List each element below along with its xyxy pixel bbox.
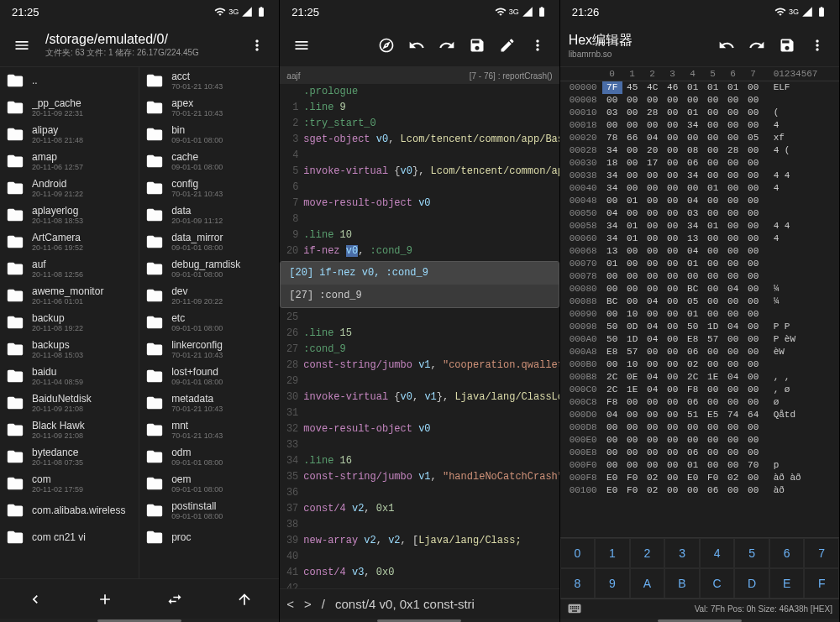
- file-item[interactable]: aweme_monitor20-11-06 01:01: [0, 282, 139, 309]
- hex-byte[interactable]: 00: [663, 396, 683, 409]
- redo-button[interactable]: [433, 32, 460, 59]
- hex-byte[interactable]: 28: [643, 107, 663, 119]
- save-button[interactable]: [774, 32, 801, 59]
- hex-row[interactable]: 0003834000000340000004 4: [560, 170, 839, 182]
- overflow-button[interactable]: [524, 32, 551, 59]
- hex-key-7[interactable]: 7: [804, 538, 839, 568]
- hex-byte[interactable]: 00: [622, 421, 643, 434]
- hex-byte[interactable]: 06: [683, 396, 703, 409]
- code-area[interactable]: .prologue1.line 92:try_start_03sget-obje…: [280, 84, 559, 588]
- hex-byte[interactable]: 00: [643, 119, 663, 132]
- hex-byte[interactable]: 57: [622, 346, 643, 358]
- hex-byte[interactable]: 0E: [622, 371, 643, 384]
- hex-row[interactable]: 000D80000000000000000: [560, 421, 839, 434]
- hex-byte[interactable]: 1D: [703, 321, 723, 333]
- hex-ascii[interactable]: [774, 157, 824, 170]
- hex-byte[interactable]: 01: [622, 195, 643, 207]
- code-line[interactable]: .prologue: [280, 84, 559, 100]
- file-item[interactable]: ..: [0, 67, 139, 94]
- up-button[interactable]: [209, 586, 279, 613]
- hex-ascii[interactable]: èW: [774, 346, 824, 358]
- hex-byte[interactable]: 00: [743, 384, 764, 396]
- hex-byte[interactable]: 00: [663, 144, 683, 157]
- hex-row[interactable]: 000207866040000000005xf: [560, 132, 839, 144]
- hex-byte[interactable]: 00: [663, 220, 683, 233]
- hex-byte[interactable]: 00: [723, 220, 743, 233]
- hex-byte[interactable]: 34: [602, 182, 622, 195]
- hex-byte[interactable]: 00: [723, 421, 743, 434]
- hex-byte[interactable]: 00: [643, 182, 663, 195]
- hex-byte[interactable]: 00: [643, 270, 663, 283]
- hex-byte[interactable]: 04: [643, 295, 663, 308]
- file-item[interactable]: oem09-01-01 08:00: [139, 470, 279, 497]
- hex-byte[interactable]: 00: [622, 107, 643, 119]
- hex-byte[interactable]: 00: [703, 396, 723, 409]
- hex-byte[interactable]: 00: [602, 459, 622, 472]
- hex-key-F[interactable]: F: [804, 568, 839, 598]
- hex-byte[interactable]: 1E: [703, 371, 723, 384]
- hex-row[interactable]: 000500400000003000000: [560, 207, 839, 220]
- overflow-button[interactable]: [804, 32, 831, 59]
- hex-byte[interactable]: BC: [683, 283, 703, 295]
- hex-byte[interactable]: 00: [622, 396, 643, 409]
- hex-ascii[interactable]: 4 (: [774, 144, 824, 157]
- hex-byte[interactable]: 00: [643, 409, 663, 421]
- code-line[interactable]: 25: [280, 310, 559, 326]
- hex-byte[interactable]: 00: [743, 182, 764, 195]
- hex-byte[interactable]: 00: [743, 447, 764, 459]
- hex-byte[interactable]: F8: [683, 384, 703, 396]
- hex-byte[interactable]: 00: [723, 459, 743, 472]
- hex-byte[interactable]: 00: [602, 270, 622, 283]
- hex-ascii[interactable]: [774, 308, 824, 321]
- hex-byte[interactable]: 50: [602, 321, 622, 333]
- hex-byte[interactable]: 4C: [643, 81, 663, 94]
- hex-byte[interactable]: 04: [643, 333, 663, 346]
- hex-byte[interactable]: 00: [663, 195, 683, 207]
- hex-byte[interactable]: 00: [703, 195, 723, 207]
- hex-key-A[interactable]: A: [630, 568, 665, 598]
- file-item[interactable]: metadata70-01-21 10:43: [139, 389, 279, 416]
- hex-byte[interactable]: 00: [743, 484, 764, 497]
- hex-ascii[interactable]: [774, 447, 824, 459]
- hex-byte[interactable]: 00: [683, 270, 703, 283]
- hex-row[interactable]: 000D00400000051E57464 Qåtd: [560, 409, 839, 421]
- file-item[interactable]: config70-01-21 10:43: [139, 175, 279, 201]
- hex-byte[interactable]: 00: [622, 295, 643, 308]
- hex-key-5[interactable]: 5: [734, 538, 769, 568]
- path-title[interactable]: /storage/emulated/0/: [45, 32, 234, 47]
- hex-body[interactable]: 000007F454C4601010100 ELF000080000000000…: [560, 81, 839, 537]
- code-line[interactable]: 42: [280, 581, 559, 588]
- hex-byte[interactable]: 00: [602, 195, 622, 207]
- hex-byte[interactable]: 00: [683, 421, 703, 434]
- hex-ascii[interactable]: P èW: [774, 333, 824, 346]
- code-line[interactable]: 3sget-object v0, Lcom/tencent/common/app…: [280, 132, 559, 148]
- hex-row[interactable]: 000681300000004000000: [560, 245, 839, 258]
- code-line[interactable]: 1.line 9: [280, 100, 559, 116]
- undo-button[interactable]: [403, 32, 430, 59]
- hex-key-B[interactable]: B: [664, 568, 700, 598]
- file-item[interactable]: auf20-11-08 12:56: [0, 255, 139, 282]
- hex-byte[interactable]: 20: [643, 144, 663, 157]
- code-line[interactable]: 40: [280, 549, 559, 565]
- hex-row[interactable]: 000180000000034000000 4: [560, 119, 839, 132]
- hex-byte[interactable]: 00: [723, 484, 743, 497]
- hex-ascii[interactable]: [774, 434, 824, 447]
- hex-key-3[interactable]: 3: [664, 538, 700, 568]
- hex-row[interactable]: 000700100000001000000: [560, 258, 839, 270]
- hex-ascii[interactable]: 4 4: [774, 170, 824, 182]
- hex-ascii[interactable]: 4 4: [774, 220, 824, 233]
- hex-byte[interactable]: 00: [703, 94, 723, 107]
- hex-byte[interactable]: 00: [743, 233, 764, 245]
- hex-byte[interactable]: F0: [622, 484, 643, 497]
- hex-ascii[interactable]: ELF: [774, 81, 824, 94]
- hex-byte[interactable]: 00: [723, 295, 743, 308]
- code-line[interactable]: 33: [280, 437, 559, 453]
- hex-byte[interactable]: 05: [743, 132, 764, 144]
- hex-byte[interactable]: 00: [723, 132, 743, 144]
- menu-button[interactable]: [8, 32, 35, 59]
- hex-byte[interactable]: 28: [723, 144, 743, 157]
- completion-item[interactable]: [20] if-nez v0, :cond_9: [281, 262, 558, 285]
- code-line[interactable]: 4: [280, 148, 559, 164]
- hex-byte[interactable]: 00: [663, 384, 683, 396]
- hex-byte[interactable]: 00: [723, 170, 743, 182]
